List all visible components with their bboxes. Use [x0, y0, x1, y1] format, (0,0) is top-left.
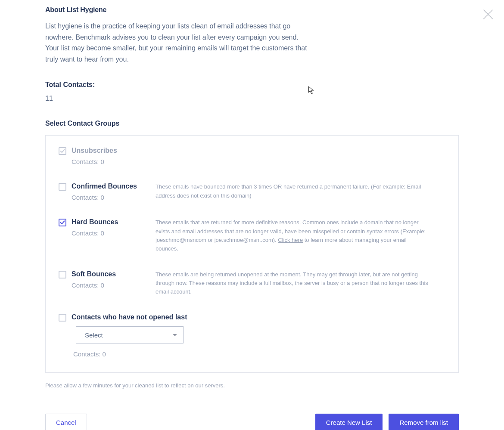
- group-row-confirmed: Confirmed Bounces Contacts: 0 These emai…: [59, 183, 445, 201]
- group-contacts: Contacts: 0: [72, 282, 156, 289]
- group-row-not-opened: Contacts who have not opened last Select…: [59, 313, 445, 358]
- group-contacts: Contacts: 0: [72, 229, 156, 237]
- close-icon[interactable]: [482, 8, 495, 21]
- group-description: These emails are being returned unopened…: [156, 270, 445, 296]
- total-contacts-label: Total Contacts:: [45, 81, 459, 89]
- group-contacts: Contacts: 0: [73, 350, 187, 358]
- checkbox-not-opened[interactable]: [59, 314, 66, 322]
- total-contacts-value: 11: [45, 95, 459, 102]
- checkbox-confirmed-bounces[interactable]: [59, 183, 66, 191]
- group-description: These emails that are returned for more …: [156, 218, 445, 253]
- remove-from-list-button[interactable]: Remove from list: [389, 414, 459, 430]
- checkbox-unsubscribes[interactable]: [59, 147, 66, 155]
- group-label: Hard Bounces: [72, 218, 156, 226]
- contact-groups-panel: Unsubscribes Contacts: 0 Confirmed Bounc…: [45, 135, 459, 373]
- group-row-soft: Soft Bounces Contacts: 0 These emails ar…: [59, 270, 445, 296]
- group-contacts: Contacts: 0: [72, 194, 156, 201]
- select-value: Select: [85, 331, 103, 339]
- section-title: About List Hygiene: [45, 6, 459, 14]
- cancel-button[interactable]: Cancel: [45, 414, 87, 430]
- group-label: Confirmed Bounces: [72, 183, 156, 190]
- group-row-unsubscribes: Unsubscribes Contacts: 0: [59, 147, 445, 165]
- actions-row: Cancel Create New List Remove from list: [45, 414, 459, 430]
- chevron-down-icon: [173, 334, 177, 336]
- not-opened-select[interactable]: Select: [76, 326, 184, 343]
- checkbox-soft-bounces[interactable]: [59, 271, 66, 278]
- footer-note: Please allow a few minutes for your clea…: [45, 382, 459, 389]
- click-here-link[interactable]: Click here: [278, 237, 303, 243]
- group-label: Contacts who have not opened last: [72, 313, 187, 321]
- create-new-list-button[interactable]: Create New List: [315, 414, 383, 430]
- section-description: List hygiene is the practice of keeping …: [45, 21, 312, 65]
- group-row-hard: Hard Bounces Contacts: 0 These emails th…: [59, 218, 445, 253]
- checkbox-hard-bounces[interactable]: [59, 219, 66, 226]
- group-label: Unsubscribes: [72, 147, 156, 155]
- groups-title: Select Contact Groups: [45, 120, 459, 127]
- group-contacts: Contacts: 0: [72, 158, 156, 165]
- group-description: These emails have bounced more than 3 ti…: [156, 183, 445, 200]
- group-label: Soft Bounces: [72, 270, 156, 278]
